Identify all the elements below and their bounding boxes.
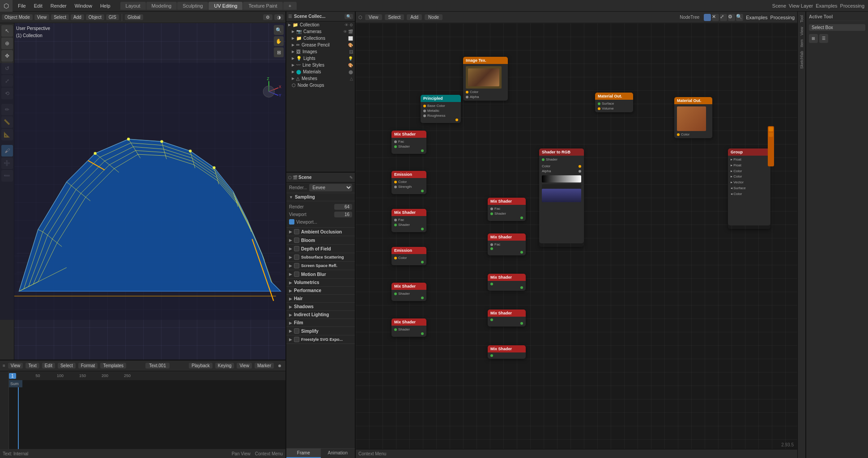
select-btn[interactable]: Select — [51, 14, 69, 20]
menu-help[interactable]: Help — [97, 2, 114, 9]
dof-check[interactable] — [294, 246, 299, 251]
tab-animation[interactable]: Animation — [321, 449, 355, 458]
tl-marker[interactable]: Marker — [255, 363, 274, 369]
active-tool-name[interactable]: Select Box — [809, 24, 865, 31]
node-strip[interactable] — [768, 126, 774, 166]
section-shadows[interactable]: ▶ Shadows — [286, 303, 355, 311]
tl-templates[interactable]: Templates — [100, 363, 126, 369]
sidebar-sketchfab[interactable]: Sketchfab — [800, 49, 804, 71]
simplify-check[interactable] — [294, 328, 299, 334]
outliner-search[interactable]: 🔍 — [345, 14, 353, 19]
tree-line-styles[interactable]: ▶ 〰 Line Styles 🎨 — [286, 62, 355, 68]
viewport-samples[interactable]: 16 — [334, 212, 352, 217]
zoom-in-btn[interactable]: 🔍 — [274, 25, 284, 35]
tab-modeling[interactable]: Modeling — [146, 2, 177, 10]
section-dof[interactable]: ▶ Depth of Field — [286, 245, 355, 253]
ssr-check[interactable] — [294, 263, 299, 268]
ne-tree-type[interactable]: NodeTree — [678, 15, 701, 20]
object-mode-select[interactable]: Object Mode — [2, 14, 33, 20]
section-performance[interactable]: ▶ Performance — [286, 287, 355, 295]
node-group[interactable]: Mix Shader Shader — [391, 318, 426, 337]
node-right-shader[interactable]: Group ▸ Float ▸ Float ▸ Color ▸ Color ▸ … — [728, 148, 770, 229]
node-emission-2[interactable]: Emission Color — [391, 247, 426, 265]
tree-grease-pencil[interactable]: ▶ ✏ Grease Pencil 🎨 — [286, 42, 355, 48]
node-principled[interactable]: Principled Base Color Metallic Roughness — [421, 95, 461, 123]
tree-lights[interactable]: ▶ 💡 Lights 💡 — [286, 55, 355, 62]
node-mix5[interactable]: Mix Shader — [488, 345, 526, 359]
section-hair[interactable]: ▶ Hair — [286, 295, 355, 303]
tab-sculpting[interactable]: Sculpting — [177, 2, 208, 10]
node-color[interactable]: Emission Color Strength — [391, 171, 426, 194]
node-alpha[interactable]: Mix Shader Shader — [391, 283, 426, 301]
transform-select[interactable]: Global — [125, 14, 143, 20]
tree-images[interactable]: ▶ 🖼 Images 🖼 — [286, 48, 355, 55]
ne-select[interactable]: Select — [385, 14, 404, 20]
section-freestyle[interactable]: ▶ Freestyle SVG Expo... — [286, 335, 355, 344]
overlay-btn[interactable]: ⚙ — [263, 14, 272, 20]
tree-meshes[interactable]: ▶ △ Meshes △ — [286, 75, 355, 82]
tl-format[interactable]: Format — [78, 363, 98, 369]
ne-btn2[interactable]: ⤢ — [720, 14, 727, 21]
section-ao[interactable]: ▶ Ambient Occlusion — [286, 228, 355, 236]
viewport-3d[interactable]: ↖ ⊕ ✥ ↺ ⤢ ⟲ ✏ 📏 📐 🖌 ➕ ➖ Use — [0, 23, 285, 360]
node-shader-main[interactable]: Shader to RGB Shader Color Alpha — [539, 148, 584, 247]
sidebar-item[interactable]: Item — [800, 38, 804, 49]
tree-collections[interactable]: ▶ 📁 Collections ⬜ — [286, 35, 355, 42]
pan-btn[interactable]: ✋ — [274, 36, 284, 46]
menu-render[interactable]: Render — [47, 2, 70, 9]
section-volumetrics[interactable]: ▶ Volumetrics — [286, 279, 355, 287]
section-film[interactable]: ▶ Film — [286, 319, 355, 327]
section-simplify[interactable]: ▶ Simplify — [286, 327, 355, 335]
node-canvas[interactable]: Image Tex. Color Alpha Principled Base C… — [356, 23, 797, 449]
add-btn[interactable]: Add — [71, 14, 84, 20]
tab-frame[interactable]: Frame — [286, 449, 321, 458]
render-samples[interactable]: 64 — [334, 204, 352, 210]
timeline-area[interactable]: 1 50 100 150 200 250 Sum — [0, 371, 285, 458]
node-mix2[interactable]: Mix Shader Fac — [488, 233, 526, 255]
ne-btn4[interactable]: 🔍 — [736, 14, 743, 21]
shading-btn[interactable]: ◑ — [274, 14, 284, 20]
node-mix4[interactable]: Mix Shader — [488, 310, 526, 327]
tl-playback[interactable]: Playback — [189, 363, 213, 369]
bloom-check[interactable] — [294, 237, 299, 243]
tl-text[interactable]: Text — [26, 363, 39, 369]
node-roughness[interactable]: Mix Shader Fac Shader — [488, 198, 526, 221]
ne-view[interactable]: View — [365, 14, 382, 20]
zoom-btn[interactable]: ⊞ — [274, 47, 284, 57]
tree-materials[interactable]: ▶ ⬤ Materials ⬤ — [286, 68, 355, 75]
ne-node[interactable]: Node — [425, 14, 443, 20]
node-texture[interactable]: Image Tex. Color Alpha — [463, 57, 508, 101]
tl-edit[interactable]: Edit — [42, 363, 55, 369]
tl-keying[interactable]: Keying — [215, 363, 234, 369]
tab-uv-editing[interactable]: UV Editing — [208, 2, 243, 10]
ao-check[interactable] — [294, 229, 299, 234]
node-mix3[interactable]: Mix Shader — [488, 274, 526, 291]
ne-btn3[interactable]: ⚙ — [728, 14, 735, 21]
sidebar-view[interactable]: View — [800, 25, 804, 37]
node-output[interactable]: Material Out. Surface Volume — [595, 93, 633, 112]
view-btn[interactable]: View — [34, 14, 50, 20]
props-options[interactable]: ✎ — [349, 175, 353, 180]
node-far-right[interactable]: Material Out. Color — [674, 97, 712, 138]
tab-texture-paint[interactable]: Texture Paint — [243, 2, 282, 10]
ne-add[interactable]: Add — [407, 14, 422, 20]
section-ssr[interactable]: ▶ Screen Space Refl. — [286, 262, 355, 270]
engine-select[interactable]: Eevee — [309, 184, 352, 191]
gis-btn[interactable]: GIS — [106, 14, 119, 20]
section-sampling[interactable]: ▼ Sampling — [286, 193, 355, 201]
section-indirect[interactable]: ▶ Indirect Lighting — [286, 311, 355, 319]
node-normal[interactable]: Mix Shader Fac Shader — [391, 209, 426, 232]
tab-layout[interactable]: Layout — [120, 2, 146, 10]
menu-window[interactable]: Window — [71, 2, 96, 9]
viewport-denoising-check[interactable] — [289, 219, 294, 225]
tree-cameras[interactable]: ▶ 📷 Cameras 👁 🎬 — [286, 28, 355, 35]
at-icon-list[interactable]: ☰ — [819, 34, 828, 43]
object-btn[interactable]: Object — [86, 14, 104, 20]
sss-check[interactable] — [294, 254, 299, 260]
at-icon-grid[interactable]: ⊞ — [809, 34, 818, 43]
tab-add[interactable]: + — [283, 2, 297, 10]
tl-select[interactable]: Select — [58, 363, 76, 369]
section-bloom[interactable]: ▶ Bloom — [286, 236, 355, 245]
menu-file[interactable]: File — [14, 2, 30, 9]
sidebar-tool[interactable]: Tool — [800, 13, 804, 25]
